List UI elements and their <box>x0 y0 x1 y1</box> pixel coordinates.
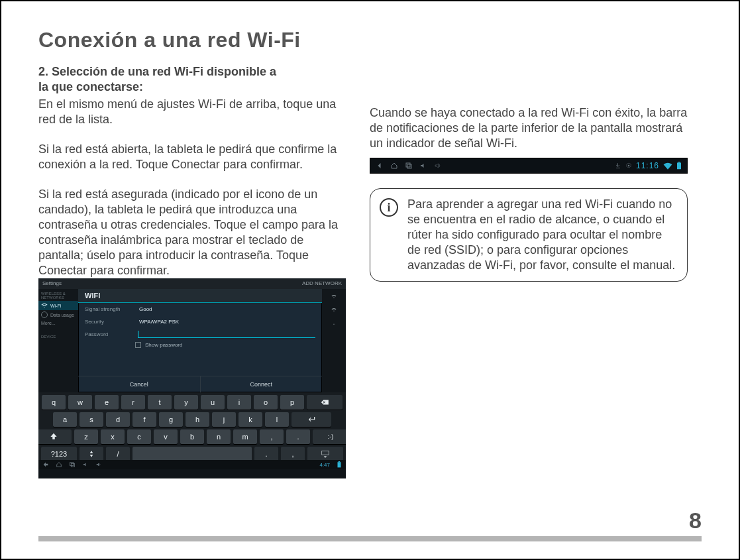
network-signal-icon <box>322 302 346 315</box>
nav-item-wifi[interactable]: Wi-Fi <box>38 301 78 310</box>
nav-vol-down-icon[interactable] <box>419 162 427 170</box>
show-password-row[interactable]: Show password <box>135 342 315 348</box>
page-footer: 8 <box>38 536 702 541</box>
nav-vol-up-icon[interactable] <box>95 461 102 468</box>
show-password-label: Show password <box>145 342 182 348</box>
key-x[interactable]: x <box>101 429 125 444</box>
key-w[interactable]: w <box>68 395 92 410</box>
nav-home-icon[interactable] <box>390 162 398 170</box>
key-i[interactable]: i <box>227 395 251 410</box>
download-icon <box>615 162 621 169</box>
key-[interactable]: . <box>286 429 310 444</box>
key-j[interactable]: j <box>212 412 236 427</box>
key-l[interactable]: l <box>265 412 289 427</box>
svg-point-7 <box>628 165 630 167</box>
key-r[interactable]: r <box>121 395 145 410</box>
key-[interactable]: / <box>106 447 130 461</box>
signal-row: Signal strength Good <box>78 303 322 315</box>
nav-item-more[interactable]: More... <box>38 319 78 327</box>
notif-clock: 11:16 <box>636 161 659 170</box>
info-box: i Para aprender a agregar una red Wi-Fi … <box>370 188 688 282</box>
key-c[interactable]: c <box>127 429 151 444</box>
key-[interactable]: , <box>281 447 305 461</box>
backspace-key[interactable] <box>307 395 343 410</box>
signal-value: Good <box>139 306 152 312</box>
key-q[interactable]: q <box>42 395 66 410</box>
cancel-button[interactable]: Cancel <box>78 376 200 392</box>
show-password-checkbox[interactable] <box>135 342 141 348</box>
nav-item-data-label: Data usage <box>50 313 74 317</box>
page-title: Conexión a una red Wi-Fi <box>38 28 702 52</box>
svg-rect-8 <box>677 163 681 170</box>
shift-key[interactable] <box>38 429 72 444</box>
page-number: 8 <box>689 508 702 533</box>
key-d[interactable]: d <box>106 412 130 427</box>
nav-item-data[interactable]: Data usage <box>38 310 78 319</box>
wifi-dialog-title: WIFI <box>78 289 322 303</box>
security-label: Security <box>85 319 139 325</box>
left-paragraph-3: Si la red está asegurada (indicado por e… <box>38 187 346 278</box>
notification-bar-screenshot: 11:16 <box>370 158 688 174</box>
settings-label: Settings <box>42 280 62 286</box>
key-[interactable]: , <box>260 429 284 444</box>
network-signal-icon <box>322 315 346 329</box>
step-heading-line2: la que conectarse: <box>38 80 143 93</box>
info-icon: i <box>380 198 398 217</box>
navbar-battery-icon <box>337 461 342 468</box>
connect-button[interactable]: Connect <box>200 376 323 392</box>
security-row: Security WPA/WPA2 PSK <box>78 315 322 328</box>
left-column: 2. Selección de una red Wi-Fi disponible… <box>38 64 346 478</box>
network-signal-icon <box>322 289 346 302</box>
password-input[interactable] <box>138 337 315 338</box>
footer-rule <box>38 536 702 541</box>
nav-vol-down-icon[interactable] <box>82 461 89 468</box>
settings-leftnav: WIRELESS & NETWORKS Wi-Fi Data usage Mor… <box>38 289 78 392</box>
password-row[interactable]: Password <box>78 328 322 337</box>
svg-rect-0 <box>322 451 329 455</box>
key-p[interactable]: p <box>280 395 304 410</box>
security-value: WPA/WPA2 PSK <box>139 319 179 325</box>
key-e[interactable]: e <box>95 395 119 410</box>
key-k[interactable]: k <box>238 412 262 427</box>
key-f[interactable]: f <box>132 412 156 427</box>
key-[interactable]: . <box>254 447 278 461</box>
add-network-label: ADD NETWORK <box>302 280 342 286</box>
nav-recent-icon[interactable] <box>405 162 413 170</box>
nav-section-wireless: WIRELESS & NETWORKS <box>38 289 78 301</box>
key-s[interactable]: s <box>79 412 103 427</box>
lang-key[interactable] <box>79 447 103 461</box>
key-123[interactable]: ?123 <box>41 447 77 461</box>
wifi-password-screenshot: Settings ADD NETWORK WIRELESS & NETWORKS… <box>38 278 346 478</box>
key-y[interactable]: y <box>174 395 198 410</box>
key-v[interactable]: v <box>154 429 178 444</box>
key-h[interactable]: h <box>185 412 209 427</box>
svg-rect-9 <box>678 162 680 163</box>
emoji-key[interactable]: :-) <box>313 429 346 444</box>
key-g[interactable]: g <box>159 412 183 427</box>
nav-item-wifi-label: Wi-Fi <box>50 304 61 308</box>
wifi-signal-icon <box>663 162 672 170</box>
settings-icon <box>625 162 632 169</box>
info-text: Para aprender a agregar una red Wi-Fi cu… <box>407 197 678 273</box>
nav-back-icon[interactable] <box>42 461 49 468</box>
key-o[interactable]: o <box>254 395 278 410</box>
right-column: Cuando se haya conectado a la red Wi-Fi … <box>370 64 688 478</box>
signal-label: Signal strength <box>85 306 139 312</box>
spacebar-key[interactable] <box>132 447 252 461</box>
key-t[interactable]: t <box>148 395 172 410</box>
hide-keyboard-key[interactable] <box>307 447 343 461</box>
nav-back-icon[interactable] <box>376 162 384 170</box>
key-u[interactable]: u <box>201 395 225 410</box>
key-b[interactable]: b <box>180 429 204 444</box>
key-z[interactable]: z <box>74 429 98 444</box>
step-heading: 2. Selección de una red Wi-Fi disponible… <box>38 64 346 94</box>
nav-home-icon[interactable] <box>56 461 62 468</box>
system-navbar: 4:47 <box>38 460 346 469</box>
key-m[interactable]: m <box>233 429 257 444</box>
nav-recent-icon[interactable] <box>69 461 76 468</box>
enter-key[interactable] <box>291 412 331 427</box>
nav-vol-up-icon[interactable] <box>434 162 442 170</box>
password-label: Password <box>85 331 139 337</box>
key-n[interactable]: n <box>207 429 231 444</box>
key-a[interactable]: a <box>53 412 77 427</box>
